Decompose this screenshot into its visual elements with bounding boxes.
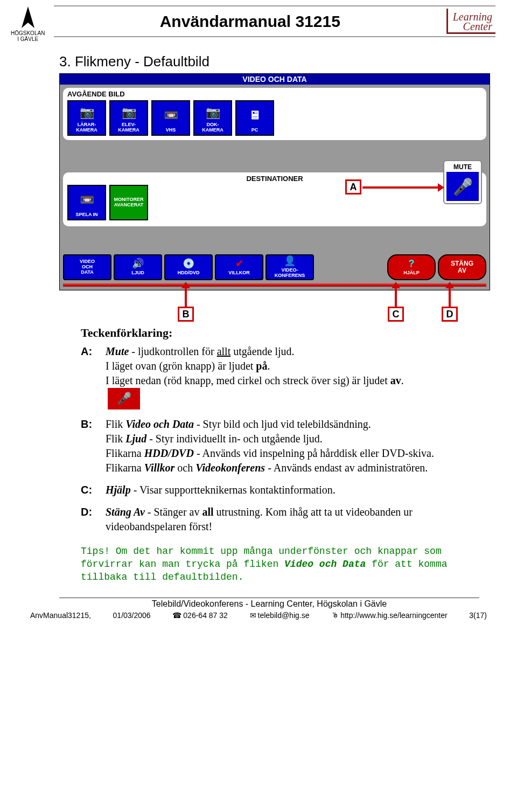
caption-text-a: Mute - ljudkontrollen för allt utgående … — [106, 344, 479, 410]
caption-key-c: C: — [81, 483, 106, 497]
arrow-c — [395, 288, 397, 307]
arrow-b — [185, 288, 187, 307]
footer-line: Telebild/Videokonferens - Learning Cente… — [59, 598, 479, 609]
tab-hjalp[interactable]: ?HJÄLP — [387, 254, 436, 280]
btn-dok-kamera[interactable]: 📷DOK- KAMERA — [193, 100, 232, 136]
footer-email: ✉ telebild@hig.se — [250, 611, 310, 620]
tips-text: Tips! Om det har kommit upp många underf… — [81, 545, 474, 584]
section-heading: 3. Flikmeny - Defaultbild — [59, 53, 495, 70]
red-underline — [63, 283, 486, 287]
panel-destinations: DESTINATIONER 📼SPELA IN MONITORER AVANCE… — [63, 172, 486, 226]
caption-key-d: D: — [81, 505, 106, 534]
btn-monitorer-avancerat[interactable]: MONITORER AVANCERAT — [109, 185, 148, 220]
help-icon: ? — [409, 259, 415, 269]
callout-c: C — [388, 307, 404, 322]
mute-control[interactable]: MUTE 🎤 — [443, 160, 482, 204]
logo-learning-center: Learning Center — [446, 9, 495, 34]
caption-text-c: Hjälp - Visar supportteknikernas kontakt… — [106, 483, 479, 497]
person-icon: 👤 — [284, 256, 296, 267]
caption-key-b: B: — [81, 417, 106, 475]
ui-screenshot: VIDEO OCH DATA AVGÅENDE BILD 📷LÄRAR- KAM… — [59, 73, 490, 290]
caption-text-b: Flik Video och Data - Styr bild och ljud… — [106, 417, 479, 475]
tab-stang-av[interactable]: STÄNG AV — [438, 254, 486, 280]
footer-date: 01/03/2006 — [113, 611, 151, 620]
arrow-d — [449, 288, 451, 307]
logo-hogskolan: HÖGSKOLAN I GÄVLE — [11, 4, 45, 42]
check-icon: ✔ — [235, 259, 243, 269]
footer-page: 3(17) — [469, 611, 487, 620]
tab-hdd-dvd[interactable]: 💿HDD/DVD — [164, 254, 213, 280]
btn-spela-in[interactable]: 📼SPELA IN — [67, 185, 106, 220]
caption-heading: Teckenförklaring: — [81, 325, 479, 341]
callout-b: B — [178, 307, 194, 322]
btn-pc[interactable]: 🖥PC — [235, 100, 274, 136]
panel-outgoing: AVGÅENDE BILD 📷LÄRAR- KAMERA 📷ELEV- KAME… — [63, 88, 486, 140]
callout-d: D — [442, 307, 458, 322]
arrow-a — [362, 186, 438, 189]
caption-key-a: A: — [81, 344, 106, 410]
footer-phone: ☎ 026-64 87 32 — [172, 611, 228, 620]
footer-url: 🖰 http://www.hig.se/learningcenter — [331, 611, 447, 620]
tab-video-och-data[interactable]: VIDEO OCH DATA — [63, 254, 111, 280]
caption-text-d: Stäng Av - Stänger av all utrustning. Ko… — [106, 505, 479, 534]
tab-villkor[interactable]: ✔VILLKOR — [215, 254, 263, 280]
footer-doc: AnvManual31215, — [30, 611, 91, 620]
page-title: Användarmanual 31215 — [54, 12, 446, 31]
microphone-icon: 🎤 — [446, 172, 479, 201]
callout-a: A — [345, 179, 361, 195]
btn-larar-kamera[interactable]: 📷LÄRAR- KAMERA — [67, 100, 106, 136]
btn-vhs[interactable]: 📼VHS — [151, 100, 190, 136]
tab-strip: VIDEO OCH DATA 🔊LJUD 💿HDD/DVD ✔VILLKOR 👤… — [60, 251, 490, 283]
ui-titlebar: VIDEO OCH DATA — [60, 74, 490, 85]
btn-elev-kamera[interactable]: 📷ELEV- KAMERA — [109, 100, 148, 136]
tab-videokonferens[interactable]: 👤VIDEO- KONFERENS — [266, 254, 314, 280]
tab-ljud[interactable]: 🔊LJUD — [114, 254, 162, 280]
speaker-icon: 🔊 — [132, 259, 144, 269]
disc-icon: 💿 — [183, 259, 194, 269]
